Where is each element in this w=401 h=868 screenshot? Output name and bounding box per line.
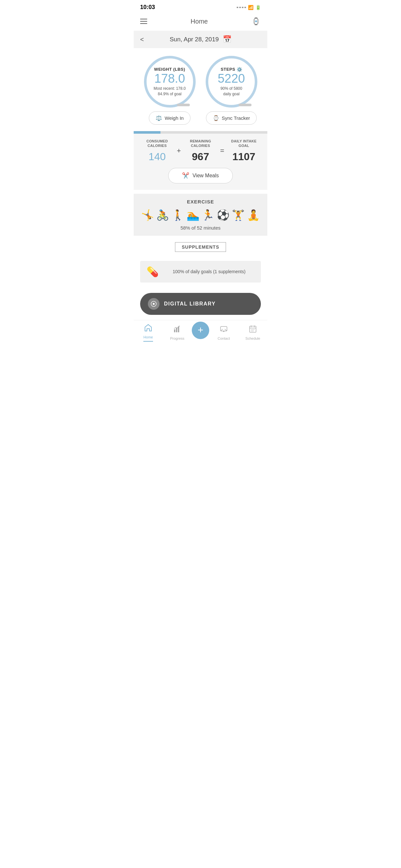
cycling-icon[interactable]: 🚴 [156,209,169,221]
digital-library-label: DIGITAL LIBRARY [164,301,216,307]
svg-rect-6 [174,330,175,332]
nav-progress[interactable]: Progress [163,325,192,340]
menu-button[interactable] [140,19,147,24]
swimming-icon[interactable]: 🏊 [187,209,199,221]
daily-goal-col: DAILY INTAKEGOAL 1107 [227,139,261,163]
calendar-icon[interactable]: 📅 [223,35,232,43]
date-display: Sun, Apr 28, 2019 [169,36,219,43]
walking-icon[interactable]: 🚶 [172,209,184,221]
status-icons: 📶 🔋 [237,5,261,10]
nav-schedule[interactable]: Schedule [238,325,267,340]
bottom-nav: Home Progress + Contact [134,320,267,348]
sync-tracker-button[interactable]: ⌚ Sync Tracker [206,112,257,125]
exercise-progress-text: 58% of 52 minutes [140,225,261,230]
scale-icon: ⚖️ [156,115,162,121]
meditation-icon[interactable]: 🧘 [247,209,260,221]
home-icon [144,323,152,334]
view-meals-label: View Meals [192,173,219,179]
wrestling-icon[interactable]: 🤸 [141,209,154,221]
remaining-col: REMAININGCALORIES 967 [183,139,217,163]
home-active-indicator [143,341,153,342]
steps-value: 5220 [218,72,245,85]
daily-goal-label: DAILY INTAKEGOAL [227,139,261,148]
nav-contact[interactable]: Contact [209,325,238,340]
weight-sub1: Most recent: 178.0 [154,86,186,91]
digital-library-button[interactable]: DIGITAL LIBRARY [140,293,261,315]
schedule-icon [249,325,257,335]
steps-sub2: daily goal [223,91,240,97]
progress-label: Progress [170,337,184,340]
contact-label: Contact [218,337,230,340]
page-title: Home [190,18,208,25]
view-meals-button[interactable]: ✂️ View Meals [168,168,233,183]
progress-bar-fill [134,131,160,134]
equals-operator: = [218,147,227,155]
weightlifting-icon[interactable]: 🏋️ [232,209,245,221]
weight-card: WEIGHT (LBS) 178.0 Most recent: 178.0 84… [142,56,198,125]
svg-point-11 [223,331,224,332]
supplements-content: 💊 100% of daily goals (1 supplements) [140,261,261,283]
daily-goal-value: 1107 [227,151,261,163]
running-icon[interactable]: 🏃 [202,209,214,221]
sync-tracker-label: Sync Tracker [222,115,250,121]
exercise-section: EXERCISE 🤸 🚴 🚶 🏊 🏃 ⚽ 🏋️ 🧘 58% of 52 minu… [134,194,267,236]
soccer-icon[interactable]: ⚽ [217,209,229,221]
progress-icon [173,325,181,335]
svg-point-5 [153,303,155,305]
exercise-title: EXERCISE [140,199,261,205]
plus-operator: + [174,147,183,155]
digital-library-icon [148,298,159,310]
weigh-in-button[interactable]: ⚖️ Weigh In [149,112,190,125]
prev-date-button[interactable]: < [140,36,144,43]
weight-value: 178.0 [154,72,185,85]
home-label: Home [143,335,153,339]
weight-label: WEIGHT (LBS) [154,67,185,72]
steps-sub1: 90% of 5800 [220,86,242,91]
wifi-icon: 📶 [248,5,253,10]
calories-section: CONSUMEDCALORIES 140 + REMAININGCALORIES… [134,134,267,190]
header: Home [134,13,267,31]
steps-label: STEPS [220,67,235,72]
supplements-title: SUPPLEMENTS [175,242,226,252]
schedule-label: Schedule [245,337,260,340]
daily-progress-bar [134,131,267,134]
plus-icon: + [197,325,204,335]
steps-circle: STEPS ⚙️ 5220 90% of 5800 daily goal [206,56,257,107]
weigh-in-label: Weigh In [165,115,184,121]
tracker-icon: ⌚ [213,115,219,121]
supplements-text: 100% of daily goals (1 supplements) [164,269,254,274]
signal-icon [237,7,246,8]
exercise-icons-row: 🤸 🚴 🚶 🏊 🏃 ⚽ 🏋️ 🧘 [140,209,261,221]
svg-point-9 [179,326,180,327]
svg-rect-1 [255,18,257,19]
calories-row: CONSUMEDCALORIES 140 + REMAININGCALORIES… [140,139,261,163]
remaining-value: 967 [183,151,217,163]
add-button[interactable]: + [192,321,209,339]
svg-rect-2 [255,24,257,25]
steps-gear-icon[interactable]: ⚙️ [237,67,242,72]
pill-icon: 💊 [147,266,158,277]
status-bar: 10:03 📶 🔋 [134,0,267,13]
consumed-label: CONSUMEDCALORIES [140,139,174,148]
consumed-col: CONSUMEDCALORIES 140 [140,139,174,163]
supplements-section: SUPPLEMENTS 💊 100% of daily goals (1 sup… [134,237,267,288]
weight-circle: WEIGHT (LBS) 178.0 Most recent: 178.0 84… [144,56,196,107]
date-bar: < Sun, Apr 28, 2019 📅 [134,31,267,48]
utensils-icon: ✂️ [182,172,189,179]
steps-card: STEPS ⚙️ 5220 90% of 5800 daily goal ⌚ S… [203,56,260,125]
remaining-label: REMAININGCALORIES [183,139,217,148]
consumed-value: 140 [140,151,174,163]
weight-sub2: 84.9% of goal [158,91,181,97]
battery-icon: 🔋 [255,5,261,10]
metrics-row: WEIGHT (LBS) 178.0 Most recent: 178.0 84… [134,48,267,130]
svg-rect-7 [176,328,177,332]
contact-icon [220,325,228,335]
watch-icon-button[interactable] [251,17,261,26]
status-time: 10:03 [140,4,155,11]
svg-rect-12 [250,326,256,332]
svg-point-3 [255,20,257,22]
nav-home[interactable]: Home [134,323,163,342]
